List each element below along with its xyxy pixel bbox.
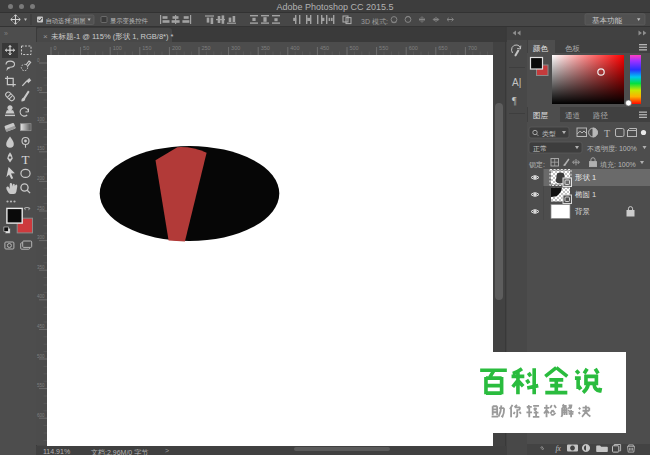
svg-text:600: 600 — [37, 413, 45, 418]
svg-text:T: T — [22, 152, 30, 167]
svg-text:400: 400 — [290, 45, 299, 51]
svg-text:350: 350 — [37, 265, 45, 270]
svg-text:50: 50 — [37, 87, 43, 92]
svg-text:50: 50 — [83, 45, 89, 51]
svg-text:500: 500 — [37, 354, 45, 359]
svg-text:450: 450 — [320, 45, 329, 51]
svg-text:350: 350 — [261, 45, 270, 51]
svg-text:450: 450 — [37, 324, 45, 329]
svg-text:250: 250 — [37, 206, 45, 211]
svg-text:A|: A| — [512, 77, 521, 88]
svg-text:0: 0 — [54, 45, 57, 51]
svg-text:500: 500 — [350, 45, 359, 51]
svg-text:»: » — [4, 30, 8, 37]
svg-text:¶: ¶ — [512, 95, 517, 106]
svg-text:200: 200 — [37, 176, 45, 181]
svg-text:100: 100 — [113, 45, 122, 51]
svg-text:650: 650 — [438, 45, 447, 51]
svg-text:550: 550 — [37, 383, 45, 388]
svg-text:250: 250 — [202, 45, 211, 51]
svg-text:200: 200 — [172, 45, 181, 51]
svg-text:fx: fx — [556, 444, 562, 453]
svg-text:700: 700 — [468, 45, 477, 51]
svg-text:400: 400 — [37, 294, 45, 299]
svg-text:0: 0 — [37, 58, 40, 63]
svg-text:150: 150 — [37, 146, 45, 151]
svg-text:300: 300 — [37, 235, 45, 240]
svg-text:150: 150 — [142, 45, 151, 51]
svg-text:300: 300 — [231, 45, 240, 51]
svg-text:T: T — [604, 128, 610, 139]
svg-text:550: 550 — [379, 45, 388, 51]
svg-text:600: 600 — [409, 45, 418, 51]
svg-text:100: 100 — [37, 117, 45, 122]
